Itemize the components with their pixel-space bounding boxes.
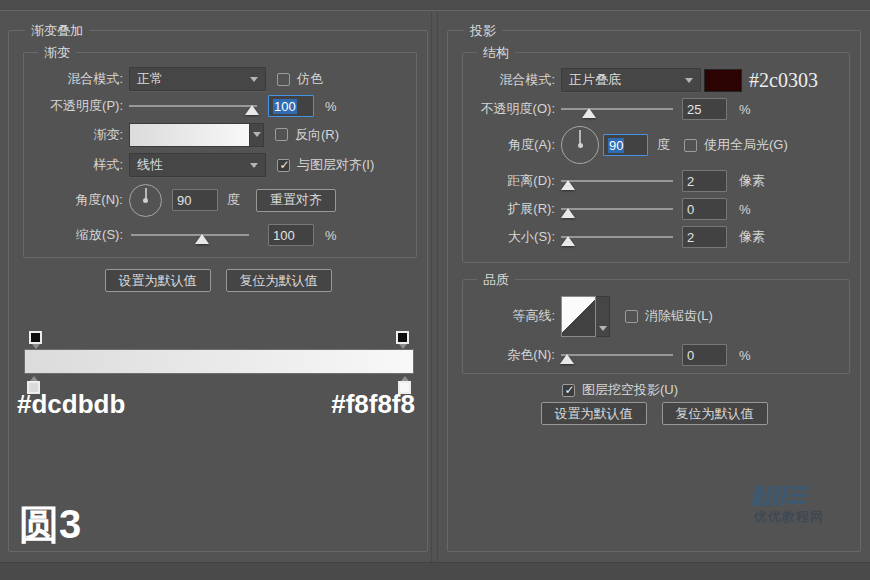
spread-value: 0 bbox=[687, 202, 694, 217]
shadow-opacity-slider[interactable] bbox=[561, 102, 673, 116]
reset-default-button[interactable]: 复位为默认值 bbox=[662, 402, 768, 425]
opacity-stop-end[interactable] bbox=[396, 331, 409, 349]
gradient-editor-bar[interactable] bbox=[24, 349, 414, 374]
shadow-color-swatch[interactable] bbox=[704, 69, 742, 92]
dither-checkbox[interactable] bbox=[277, 73, 290, 86]
spread-input[interactable]: 0 bbox=[682, 198, 727, 220]
shadow-angle-input[interactable]: 90 bbox=[603, 134, 648, 156]
layer-caption: 圆3 bbox=[19, 497, 81, 552]
anti-alias-label: 消除锯齿(L) bbox=[645, 307, 713, 325]
opacity-input[interactable]: 100 bbox=[268, 95, 314, 117]
style-label: 样式: bbox=[28, 156, 123, 174]
angle-label: 角度(N): bbox=[28, 191, 123, 209]
gradient-picker-button[interactable] bbox=[250, 123, 264, 147]
contour-label: 等高线: bbox=[467, 307, 555, 325]
gradient-group: 渐变 混合模式: 正常 仿色 不透明度(P): bbox=[23, 52, 417, 258]
watermark-text: 优优教程网 bbox=[754, 508, 850, 526]
angle-input[interactable]: 90 bbox=[172, 189, 218, 211]
layer-style-panels: { "colors": { "panel_bg": "#535353", "se… bbox=[0, 0, 870, 580]
noise-row: 杂色(N): 0 % bbox=[467, 340, 845, 370]
size-slider[interactable] bbox=[561, 230, 673, 244]
uiii-logo-icon bbox=[751, 484, 852, 506]
noise-label: 杂色(N): bbox=[467, 346, 555, 364]
distance-input[interactable]: 2 bbox=[682, 170, 727, 192]
shadow-angle-unit: 度 bbox=[657, 136, 670, 154]
distance-label: 距离(D): bbox=[467, 172, 555, 190]
bottom-divider bbox=[0, 562, 870, 580]
slider-thumb[interactable] bbox=[561, 180, 575, 190]
gradient-preview[interactable] bbox=[129, 123, 250, 147]
angle-row: 角度(N): 90 度 重置对齐 bbox=[28, 180, 412, 220]
scale-unit: % bbox=[325, 228, 337, 243]
drop-shadow-group: 投影 结构 混合模式: 正片叠底 #2c0303 不透明度(O): bbox=[447, 30, 861, 552]
shadow-blend-mode-select[interactable]: 正片叠底 bbox=[561, 68, 701, 92]
reset-default-button[interactable]: 复位为默认值 bbox=[226, 269, 332, 292]
blend-mode-value: 正常 bbox=[137, 70, 163, 88]
shadow-angle-dial[interactable] bbox=[561, 126, 599, 164]
angle-value: 90 bbox=[177, 193, 191, 208]
slider-thumb[interactable] bbox=[245, 105, 259, 115]
reverse-checkbox[interactable] bbox=[275, 128, 288, 141]
global-light-checkbox[interactable] bbox=[684, 139, 697, 152]
set-default-button[interactable]: 设置为默认值 bbox=[541, 402, 647, 425]
structure-group: 结构 混合模式: 正片叠底 #2c0303 不透明度(O): bbox=[462, 52, 850, 263]
gradient-overlay-group: 渐变叠加 渐变 混合模式: 正常 仿色 不透明度(P): bbox=[8, 30, 428, 552]
shadow-blend-mode-row: 混合模式: 正片叠底 #2c0303 bbox=[467, 65, 845, 95]
right-default-buttons: 设置为默认值 复位为默认值 bbox=[448, 402, 860, 425]
spread-unit: % bbox=[739, 202, 751, 217]
noise-slider[interactable] bbox=[561, 348, 673, 362]
shadow-opacity-input[interactable]: 25 bbox=[682, 98, 727, 120]
opacity-row: 不透明度(P): 100 % bbox=[28, 93, 412, 119]
set-default-button[interactable]: 设置为默认值 bbox=[105, 269, 211, 292]
slider-thumb[interactable] bbox=[195, 234, 209, 244]
angle-unit: 度 bbox=[227, 191, 240, 209]
gradient-editor bbox=[21, 331, 417, 395]
opacity-value: 100 bbox=[273, 99, 297, 114]
slider-thumb[interactable] bbox=[561, 208, 575, 218]
chevron-down-icon bbox=[599, 326, 607, 331]
contour-row: 等高线: 消除锯齿(L) bbox=[467, 292, 845, 340]
contour-picker-button[interactable] bbox=[596, 296, 610, 337]
scale-input[interactable]: 100 bbox=[268, 224, 314, 246]
reset-align-label: 重置对齐 bbox=[270, 191, 322, 209]
distance-row: 距离(D): 2 像素 bbox=[467, 167, 845, 195]
slider-thumb[interactable] bbox=[560, 354, 574, 364]
style-row: 样式: 线性 与图层对齐(I) bbox=[28, 150, 412, 180]
drop-shadow-dialog: 投影 结构 混合模式: 正片叠底 #2c0303 不透明度(O): bbox=[437, 12, 870, 562]
size-input[interactable]: 2 bbox=[682, 226, 727, 248]
slider-thumb[interactable] bbox=[582, 108, 596, 118]
style-select[interactable]: 线性 bbox=[129, 153, 266, 177]
blend-mode-select[interactable]: 正常 bbox=[129, 67, 266, 91]
blend-mode-label: 混合模式: bbox=[28, 70, 123, 88]
spread-slider[interactable] bbox=[561, 202, 673, 216]
opacity-stop-start[interactable] bbox=[29, 331, 42, 349]
set-default-label: 设置为默认值 bbox=[555, 405, 633, 423]
noise-input[interactable]: 0 bbox=[682, 344, 727, 366]
knockout-checkbox[interactable] bbox=[562, 384, 575, 397]
align-with-layer-checkbox[interactable] bbox=[277, 159, 290, 172]
noise-value: 0 bbox=[687, 348, 694, 363]
slider-track bbox=[131, 234, 249, 236]
reset-align-button[interactable]: 重置对齐 bbox=[256, 189, 336, 212]
angle-center-dot bbox=[578, 143, 583, 148]
opacity-unit: % bbox=[325, 99, 337, 114]
distance-slider[interactable] bbox=[561, 174, 673, 188]
opacity-slider[interactable] bbox=[129, 99, 257, 113]
quality-group: 品质 等高线: 消除锯齿(L) 杂色(N): bbox=[462, 279, 850, 374]
gradient-stop bbox=[29, 331, 42, 344]
anti-alias-checkbox[interactable] bbox=[625, 310, 638, 323]
gradient-overlay-dialog: 渐变叠加 渐变 混合模式: 正常 仿色 不透明度(P): bbox=[1, 12, 432, 562]
scale-slider[interactable] bbox=[131, 228, 249, 242]
slider-track bbox=[561, 236, 673, 238]
opacity-label: 不透明度(P): bbox=[28, 97, 123, 115]
distance-value: 2 bbox=[687, 174, 694, 189]
scale-label: 缩放(S): bbox=[28, 226, 123, 244]
scale-value: 100 bbox=[273, 228, 295, 243]
angle-center-dot bbox=[143, 198, 148, 203]
slider-thumb[interactable] bbox=[561, 236, 575, 246]
reverse-label: 反向(R) bbox=[295, 126, 339, 144]
slider-track bbox=[561, 108, 673, 110]
contour-preview[interactable] bbox=[561, 296, 596, 337]
shadow-opacity-value: 25 bbox=[687, 102, 701, 117]
angle-dial[interactable] bbox=[129, 184, 162, 217]
